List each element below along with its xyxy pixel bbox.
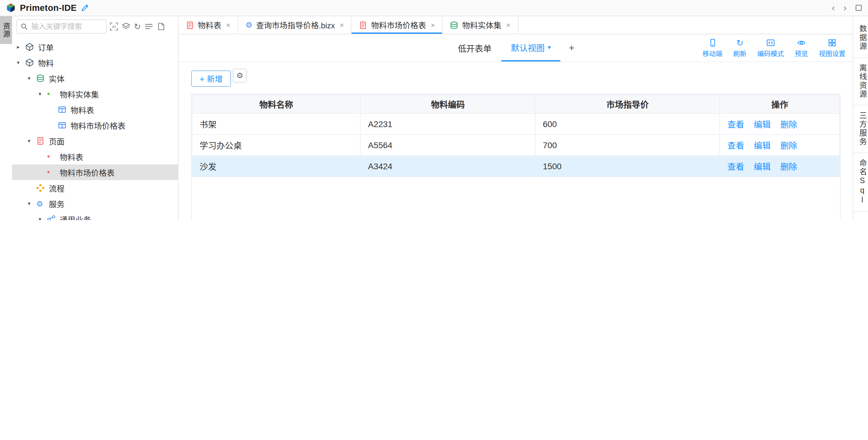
refresh-button[interactable]: ↻ 刷新 [733,38,746,58]
editor-tab[interactable]: 物料实体集 × [443,16,518,34]
tree-item-label: 物料表 [60,151,83,162]
view-link[interactable]: 查看 [727,141,744,150]
add-button-label: 新增 [207,73,222,84]
editor-tab-bar: 物料表 × ⚙ 查询市场指导价格.bizx × 物料市场价格表 × [179,16,852,34]
tree-item[interactable]: ▾ ● 物料实体集 [12,86,178,102]
table-row-highlighted[interactable]: 沙发 A3424 1500 查看 编辑 删除 [192,156,840,177]
table-icon [58,105,66,114]
tree-item[interactable]: 流程 [12,180,178,196]
chevron-down-icon[interactable]: ▾ [28,201,36,207]
table-icon [58,121,66,130]
cube-icon [25,43,34,51]
pencil-icon[interactable] [81,4,90,12]
rail-tab-datasource[interactable]: 数据源 [853,19,868,58]
view-link[interactable]: 查看 [727,120,744,130]
ai-scan-icon[interactable] [110,22,118,31]
tree-item-label: 通用业务 [60,213,91,220]
tree-item[interactable]: ▸ 订单 [12,39,178,55]
tree-item-label: 订单 [38,41,54,53]
forward-button[interactable]: › [843,3,846,13]
tree-item[interactable]: ▾ ⚙ 服务 [12,196,178,211]
delete-link[interactable]: 删除 [780,141,797,150]
chevron-right-icon[interactable]: ▸ [17,44,25,50]
rail-tab-named-sql[interactable]: 命名Sql [853,153,868,212]
column-header: 物料名称 [192,95,360,113]
mobile-icon [708,38,717,47]
table-row[interactable]: 书架 A2231 600 查看 编辑 删除 [192,113,840,135]
close-icon[interactable]: × [431,21,435,29]
resource-tree: ▸ 订单 ▾ 物料 ▾ 实体 [12,37,178,220]
close-icon[interactable]: × [506,21,510,29]
new-doc-icon[interactable] [156,22,165,31]
tree-item-label: 物料表 [70,104,94,115]
list-icon[interactable] [145,22,153,31]
tree-item-label: 物料 [38,57,54,68]
rail-tab-offline-resources[interactable]: 离线资源 [853,58,868,105]
view-tab-form[interactable]: 低开表单 [448,34,501,61]
refresh-icon: ↻ [736,38,743,47]
editor-tab[interactable]: 物料表 × [179,16,238,34]
editor-tab-active[interactable]: 物料市场价格表 × [352,16,443,34]
add-row-button[interactable]: + 新增 [191,70,231,87]
action-label: 编码模式 [757,48,784,58]
tree-item-selected[interactable]: ● 物料市场价格表 [12,164,178,180]
chevron-down-icon[interactable]: ▾ [17,60,25,66]
view-link[interactable]: 查看 [727,162,744,172]
delete-link[interactable]: 删除 [780,120,797,130]
data-table: 物料名称 物料编码 市场指导价 操作 书架 A2231 [192,95,840,177]
service-gear-icon: ⚙ [245,21,252,29]
left-rail-tab-resources[interactable]: 资源 [0,16,12,44]
search-input[interactable] [30,22,102,31]
edit-link[interactable]: 编辑 [754,120,771,130]
titlebar: Primeton-IDE ‹ › [0,0,868,16]
editor-tab[interactable]: ⚙ 查询市场指导价格.bizx × [238,16,352,34]
cell-actions: 查看 编辑 删除 [720,156,840,177]
close-icon[interactable]: × [226,21,230,29]
green-dot-icon: ● [47,92,50,96]
flow-icon [36,184,44,192]
chevron-down-icon[interactable]: ▾ [28,75,36,81]
table-settings-button[interactable]: ⚙ [233,69,247,82]
caret-down-icon[interactable]: ▾ [548,44,551,50]
chevron-down-icon[interactable]: ▾ [39,91,47,97]
gear-icon: ⚙ [36,200,43,207]
code-mode-button[interactable]: 编码模式 [757,38,784,58]
tree-item[interactable]: ▾ 物料 [12,55,178,70]
edit-link[interactable]: 编辑 [754,162,771,172]
view-settings-button[interactable]: 视图设置 [819,38,845,58]
tree-item[interactable]: 物料表 [12,102,178,117]
branch-icon [47,215,56,220]
code-mode-icon [766,38,775,47]
tree-item-label: 页面 [49,135,64,147]
cell-code: A5564 [360,135,535,156]
add-view-button[interactable]: + [560,34,583,61]
tree-item[interactable]: ▾ 实体 [12,70,178,86]
edit-link[interactable]: 编辑 [754,141,771,150]
plus-icon: + [569,42,575,53]
cube-icon [25,59,34,67]
preview-button[interactable]: 预览 [795,38,808,58]
mobile-view-button[interactable]: 移动端 [703,38,722,58]
tree-item[interactable]: ▾ 通用业务 [12,211,178,220]
chevron-down-icon[interactable]: ▾ [39,216,47,220]
chevron-down-icon[interactable]: ▾ [28,138,36,144]
tree-item[interactable]: ▾ 页面 [12,133,178,149]
editor-tab-label: 物料实体集 [462,19,501,31]
tree-item[interactable]: ● 物料表 [12,149,178,164]
search-box[interactable] [16,19,107,34]
restore-window-icon[interactable] [855,4,862,11]
back-button[interactable]: ‹ [832,3,835,13]
app-title: Primeton-IDE [20,3,77,13]
preview-eye-icon [797,38,806,47]
page-icon [186,21,194,29]
delete-link[interactable]: 删除 [780,162,797,172]
refresh-icon[interactable]: ↻ [134,22,141,31]
view-tab-default-active[interactable]: 默认视图 ▾ [501,34,560,61]
rail-tab-third-party-services[interactable]: 三方服务 [853,105,868,153]
layers-icon[interactable] [122,22,130,31]
tree-item[interactable]: 物料市场价格表 [12,117,178,133]
close-icon[interactable]: × [340,21,344,29]
data-table-container: 物料名称 物料编码 市场指导价 操作 书架 A2231 [191,94,841,220]
table-row[interactable]: 学习办公桌 A5564 700 查看 编辑 删除 [192,135,840,156]
cell-price: 600 [535,113,720,135]
